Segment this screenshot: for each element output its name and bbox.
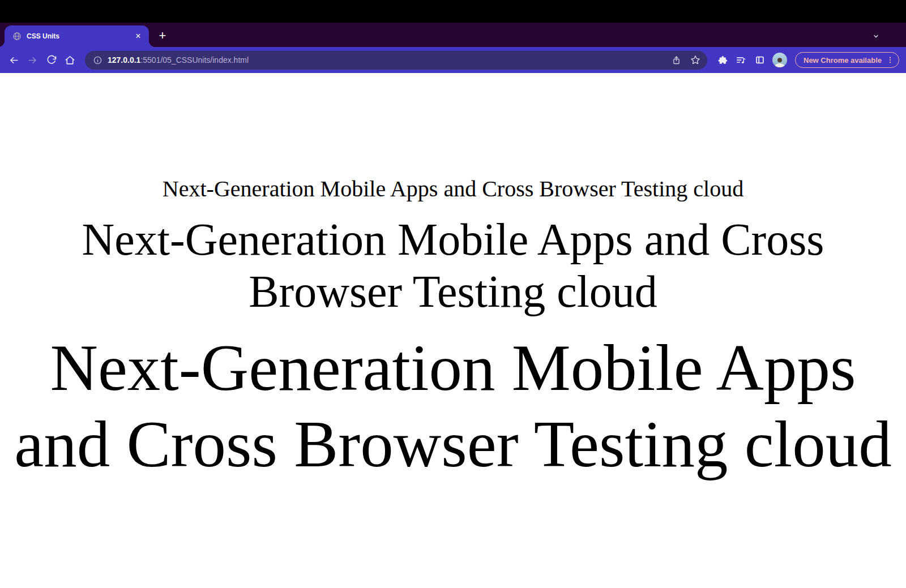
browser-window: CSS Units × + <box>0 0 906 588</box>
chrome-update-button[interactable]: New Chrome available <box>795 52 899 68</box>
globe-favicon-icon <box>12 32 22 41</box>
extensions-button[interactable] <box>714 52 730 68</box>
forward-button[interactable] <box>24 52 41 68</box>
share-icon <box>672 55 681 65</box>
heading-medium: Next-Generation Mobile Apps and Cross Br… <box>0 213 906 317</box>
url-host: 127.0.0.1 <box>108 55 140 65</box>
bookmark-button[interactable] <box>688 53 703 67</box>
back-arrow-icon <box>8 55 19 66</box>
heading-large-line-1: Next-Generation Mobile Apps <box>0 330 906 406</box>
side-panel-button[interactable] <box>751 52 768 68</box>
toolbar: 127.0.0.1:5501/05_CSSUnits/index.html <box>0 47 906 73</box>
update-label: New Chrome available <box>804 56 882 65</box>
top-black-bar <box>0 0 906 23</box>
back-button[interactable] <box>6 52 22 68</box>
new-tab-button[interactable]: + <box>155 28 170 44</box>
heading-large-line-2: and Cross Browser Testing cloud <box>0 406 906 483</box>
tab-overflow-chevron-icon[interactable] <box>870 30 882 42</box>
reload-icon <box>46 55 57 65</box>
tab-title: CSS Units <box>27 32 133 40</box>
url-path: :5501/05_CSSUnits/index.html <box>140 55 249 65</box>
heading-large: Next-Generation Mobile Apps and Cross Br… <box>0 330 906 482</box>
heading-medium-line-1: Next-Generation Mobile Apps and Cross <box>0 213 906 265</box>
address-bar[interactable]: 127.0.0.1:5501/05_CSSUnits/index.html <box>85 51 707 70</box>
reload-button[interactable] <box>43 52 59 68</box>
star-icon <box>690 55 700 65</box>
media-queue-icon <box>736 55 746 66</box>
forward-arrow-icon <box>27 55 38 66</box>
kebab-menu-icon <box>886 55 894 65</box>
heading-small: Next-Generation Mobile Apps and Cross Br… <box>0 176 906 202</box>
side-panel-icon <box>755 55 765 65</box>
share-button[interactable] <box>669 53 683 67</box>
browser-tab[interactable]: CSS Units × <box>5 25 149 47</box>
home-button[interactable] <box>62 52 78 68</box>
puzzle-icon <box>717 55 728 65</box>
media-controls-button[interactable] <box>733 52 749 68</box>
tab-close-icon[interactable]: × <box>133 31 143 41</box>
site-info-icon[interactable] <box>91 53 104 67</box>
url-text: 127.0.0.1:5501/05_CSSUnits/index.html <box>108 55 664 65</box>
profile-avatar[interactable] <box>772 53 787 67</box>
tab-strip: CSS Units × + <box>0 23 906 47</box>
home-icon <box>65 55 75 66</box>
heading-medium-line-2: Browser Testing cloud <box>0 265 906 317</box>
page-content: Next-Generation Mobile Apps and Cross Br… <box>0 73 906 588</box>
